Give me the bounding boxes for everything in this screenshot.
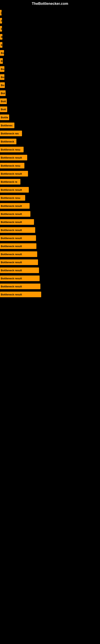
bottleneck-bar: Bottleneck result [0,219,34,225]
bottleneck-bar: Bo [0,50,4,56]
bar-row: Bottlenec [0,121,100,130]
bottleneck-bar: Bottleneck result [0,276,40,281]
bar-row: Bottleneck [0,138,100,146]
bar-row: Bottleneck result [0,170,100,178]
bottleneck-bar: Bot [0,90,6,96]
bar-row: B [0,57,100,65]
bottleneck-bar: Bottleneck res [0,130,22,136]
bottleneck-bar: Bottleneck result [0,292,41,297]
bottleneck-bar: Bottleneck result [0,251,37,257]
bar-row: Bottleneck resu [0,162,100,170]
bottleneck-bar: E [0,26,2,32]
bar-row: Bottleneck result [0,226,100,234]
bottleneck-bar: Bottleneck re [0,179,20,184]
bottleneck-bar: | [0,10,1,16]
bottleneck-bar: Bottleneck result [0,284,40,289]
bottleneck-bar: Bottlenec [0,122,14,128]
bar-row: E [0,41,100,49]
bottleneck-bar: Bo [0,82,5,88]
bottleneck-bar: Bott [0,98,7,104]
bar-row: Bottleneck result [0,282,100,290]
site-title: TheBottlenecker.com [0,0,100,7]
bar-row: Bottleneck result [0,218,100,226]
bar-row: Bo [0,65,100,73]
bar-row: Bott [0,105,100,113]
bottleneck-bar: Bott [0,106,7,112]
bottleneck-bar: Bottleneck [0,139,16,144]
bar-row: Bottleneck result [0,242,100,250]
bar-row: Bottleneck resu [0,146,100,154]
bar-row: B [0,33,100,41]
bar-row: Bottleneck res [0,130,100,138]
bottleneck-bar: Bottleneck result [0,155,27,160]
bar-row: Bottleneck result [0,258,100,266]
bottleneck-bar: Bottleneck result [0,203,30,209]
bar-row: Bottleneck result [0,202,100,210]
bottleneck-bar: Bottleneck result [0,268,39,273]
bar-row: | [0,9,100,17]
bottleneck-bar: Bottle [0,114,9,120]
bar-row: Bottleneck result [0,274,100,282]
bars-section: |PEBEBoBBoBoBoBotBottBottBottleBottlenec… [0,7,100,298]
bar-row: E [0,25,100,33]
bar-row: P [0,17,100,25]
bar-row: Bottleneck re [0,178,100,186]
bottleneck-bar: E [0,42,2,48]
bar-row: Bottleneck resu [0,194,100,202]
bar-row: Bott [0,97,100,105]
bottleneck-bar: Bo [0,66,4,72]
bottleneck-bar: Bottleneck result [0,260,38,265]
bar-row: Bot [0,89,100,97]
bar-row: Bo [0,73,100,81]
bar-row: Bottleneck result [0,290,100,298]
bottleneck-bar: Bottleneck result [0,187,29,192]
bottleneck-bar: Bottleneck resu [0,147,24,152]
bar-row: Bottleneck result [0,186,100,194]
bottleneck-bar: B [0,58,3,64]
bar-row: Bottleneck result [0,210,100,218]
bar-row: Bottleneck result [0,154,100,162]
bar-row: Bo [0,49,100,57]
bar-row: Bottleneck result [0,266,100,274]
bar-row: Bottleneck result [0,234,100,242]
bottleneck-bar: Bottleneck resu [0,163,24,168]
bottleneck-bar: Bo [0,74,4,80]
bottleneck-bar: Bottleneck result [0,227,35,233]
bottleneck-bar: Bottleneck resu [0,195,25,201]
bottleneck-bar: Bottleneck result [0,243,36,249]
bar-row: Bottle [0,113,100,121]
bar-row: Bo [0,81,100,89]
bottleneck-bar: B [0,34,2,40]
bottleneck-bar: Bottleneck result [0,171,28,176]
bottleneck-bar: Bottleneck result [0,211,30,217]
bar-row: Bottleneck result [0,250,100,258]
bottleneck-bar: P [0,18,2,24]
bottleneck-bar: Bottleneck result [0,235,36,241]
